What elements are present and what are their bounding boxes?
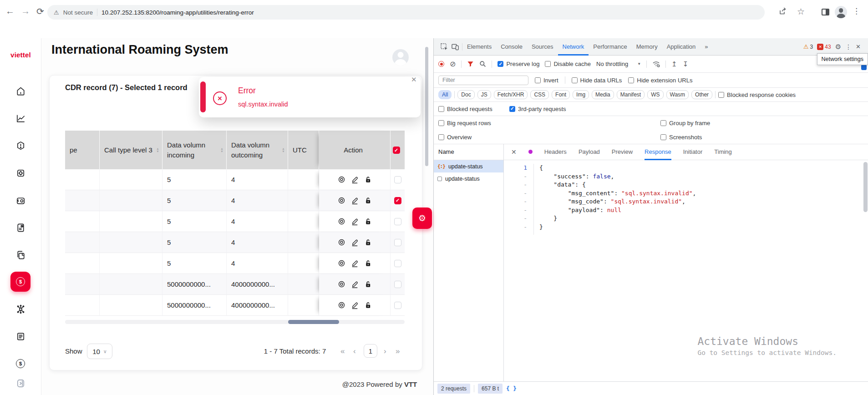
page-scrollbar[interactable] — [425, 47, 428, 166]
current-page-button[interactable]: 1 — [364, 344, 377, 358]
devtools-tab-console[interactable]: Console — [496, 38, 527, 56]
lock-icon[interactable] — [364, 280, 372, 288]
name-column-header[interactable]: Name — [434, 144, 503, 160]
detail-tab-headers[interactable]: Headers — [544, 144, 567, 160]
errors-badge[interactable]: ✕43 — [817, 44, 831, 50]
sidebar-item-capture[interactable] — [13, 192, 28, 208]
filter-chip-css[interactable]: CSS — [530, 90, 549, 99]
search-icon[interactable] — [479, 61, 486, 67]
screenshots-checkbox[interactable]: Screenshots — [660, 134, 702, 141]
filter-input[interactable] — [438, 76, 528, 85]
request-row[interactable]: update-status — [434, 172, 503, 185]
sidebar-item-finance[interactable]: $ — [13, 356, 28, 371]
more-tabs-button[interactable]: » — [700, 38, 712, 56]
reload-icon[interactable]: ⟳ — [36, 6, 44, 17]
lock-icon[interactable] — [364, 197, 372, 204]
column-header[interactable]: Call type level 3▲▼ — [100, 131, 162, 169]
edit-icon[interactable] — [351, 301, 359, 309]
row-checkbox[interactable] — [394, 239, 401, 246]
devtools-tab-performance[interactable]: Performance — [589, 38, 631, 56]
sidebar-item-report[interactable] — [13, 220, 28, 235]
table-hscrollbar[interactable] — [65, 320, 405, 324]
sort-icon[interactable]: ▲▼ — [220, 147, 223, 153]
filter-chip-all[interactable]: All — [438, 90, 452, 99]
edit-icon[interactable] — [351, 218, 359, 225]
blocked-requests-checkbox[interactable]: Blocked requests — [438, 106, 492, 112]
filter-chip-wasm[interactable]: Wasm — [666, 90, 689, 99]
column-header[interactable]: Data volumn incoming▲▼ — [162, 131, 227, 169]
edit-icon[interactable] — [351, 197, 359, 204]
devtools-tab-sources[interactable]: Sources — [527, 38, 558, 56]
first-page-button[interactable]: « — [340, 347, 345, 356]
view-icon[interactable] — [338, 301, 345, 309]
view-icon[interactable] — [338, 218, 345, 225]
view-icon[interactable] — [338, 259, 345, 267]
devtools-settings-gear-icon[interactable]: ⚙ — [835, 43, 841, 51]
lock-icon[interactable] — [364, 238, 372, 246]
devtools-tab-elements[interactable]: Elements — [462, 38, 496, 56]
lock-icon[interactable] — [364, 176, 372, 183]
sidebar-item-billing[interactable]: $ — [10, 272, 30, 292]
network-conditions-icon[interactable] — [652, 61, 660, 67]
requests-count[interactable]: 2 requests — [437, 384, 470, 394]
edit-icon[interactable] — [351, 238, 359, 246]
detail-tab-payload[interactable]: Payload — [579, 144, 600, 160]
column-header[interactable]: UTC — [288, 131, 319, 169]
user-avatar[interactable] — [392, 49, 409, 66]
devtools-menu-icon[interactable]: ⋮ — [845, 43, 852, 51]
share-icon[interactable] — [778, 6, 787, 17]
side-panel-icon[interactable] — [822, 9, 829, 15]
close-detail-icon[interactable]: ✕ — [511, 148, 517, 156]
throttling-select[interactable]: No throttling▼ — [596, 61, 641, 67]
lock-icon[interactable] — [364, 218, 372, 225]
third-party-requests-checkbox[interactable]: 3rd-party requests — [509, 106, 566, 112]
sidebar-item-alerts[interactable] — [13, 138, 28, 153]
settings-fab[interactable]: ⚙ — [412, 208, 432, 229]
row-checkbox[interactable] — [394, 176, 401, 183]
request-row[interactable]: {:}update-status — [434, 160, 503, 172]
preserve-log-checkbox[interactable]: Preserve log — [497, 61, 539, 67]
transferred-size[interactable]: 657 B t — [478, 384, 503, 394]
sort-icon[interactable]: ▲▼ — [156, 147, 159, 153]
toast-close-icon[interactable]: ✕ — [411, 76, 417, 84]
row-checkbox[interactable] — [394, 302, 401, 309]
inspect-element-icon[interactable] — [440, 43, 448, 51]
pretty-print-icon[interactable]: { } — [506, 385, 517, 392]
sidebar-item-documents[interactable] — [13, 247, 28, 263]
detail-tab-timing[interactable]: Timing — [714, 144, 732, 160]
lock-icon[interactable] — [364, 259, 372, 267]
bookmark-star-icon[interactable]: ☆ — [797, 6, 805, 17]
forward-icon[interactable]: → — [21, 6, 30, 16]
column-header[interactable]: Action — [319, 131, 391, 169]
hide-extension-urls-checkbox[interactable]: Hide extension URLs — [628, 77, 692, 84]
invert-checkbox[interactable]: Invert — [535, 77, 558, 84]
overview-checkbox[interactable]: Overview — [438, 134, 472, 141]
filter-chip-ws[interactable]: WS — [647, 90, 663, 99]
disable-cache-checkbox[interactable]: Disable cache — [545, 61, 591, 67]
filter-chip-doc[interactable]: Doc — [457, 90, 474, 99]
detail-tab-initiator[interactable]: Initiator — [683, 144, 703, 160]
detail-tab-preview[interactable]: Preview — [612, 144, 633, 160]
detail-tab-response[interactable]: Response — [645, 144, 671, 160]
view-icon[interactable] — [338, 197, 345, 204]
column-header[interactable]: Data volumn outcoming▲▼ — [227, 131, 288, 169]
sidebar-item-workflow[interactable] — [13, 301, 28, 317]
import-har-icon[interactable]: ↥ — [671, 60, 677, 68]
filter-chip-media[interactable]: Media — [592, 90, 614, 99]
device-toolbar-icon[interactable] — [451, 43, 459, 51]
warnings-badge[interactable]: ⚠3 — [803, 43, 813, 50]
edit-icon[interactable] — [351, 259, 359, 267]
big-request-rows-checkbox[interactable]: Big request rows — [438, 120, 491, 127]
prev-page-button[interactable]: ‹ — [353, 347, 356, 356]
group-by-frame-checkbox[interactable]: Group by frame — [660, 120, 710, 127]
view-icon[interactable] — [338, 238, 345, 246]
record-network-log-icon[interactable] — [438, 61, 444, 67]
address-bar[interactable]: ⚠ Not secure 10.207.252.135:8200/roaming… — [47, 5, 765, 20]
column-header[interactable]: pe — [65, 131, 100, 169]
devtools-tab-application[interactable]: Application — [662, 38, 700, 56]
lock-icon[interactable] — [364, 301, 372, 309]
browser-menu-icon[interactable]: ⋮ — [853, 6, 860, 16]
clear-network-log-icon[interactable]: ⊘ — [450, 60, 456, 68]
hide-data-urls-checkbox[interactable]: Hide data URLs — [572, 77, 622, 84]
devtools-tab-network[interactable]: Network — [558, 38, 589, 56]
